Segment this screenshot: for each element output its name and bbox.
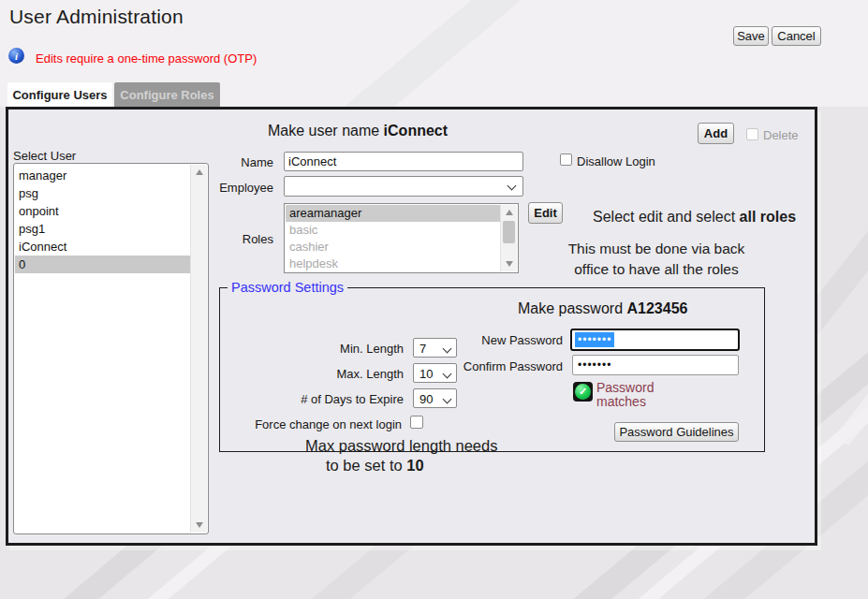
max-length-label: Max. Length (254, 367, 404, 381)
delete-label: Delete (763, 128, 799, 142)
user-list-scrollbar[interactable] (190, 165, 207, 533)
delete-checkbox[interactable] (746, 128, 758, 140)
user-list-item[interactable]: onpoint (15, 202, 191, 220)
roles-list-scrollbar[interactable] (500, 205, 517, 271)
password-settings-fieldset: Password Settings Make password A123456 … (219, 280, 765, 452)
chevron-down-icon (443, 395, 452, 404)
min-length-select[interactable]: 7 (413, 338, 457, 358)
password-matches-status: Password matches (596, 381, 654, 409)
make-user-name-annotation: Make user name iConnect (268, 123, 448, 139)
role-list-item[interactable]: basic (286, 222, 501, 239)
new-password-input[interactable]: ••••••• (570, 329, 740, 351)
employee-label: Employee (208, 181, 273, 195)
cancel-button[interactable]: Cancel (772, 26, 821, 46)
user-list-item[interactable]: psg1 (15, 220, 191, 238)
disallow-login-checkbox[interactable] (560, 153, 572, 166)
user-list-item[interactable]: iConnect (15, 238, 191, 256)
select-user-label: Select User (13, 149, 76, 163)
add-button[interactable]: Add (698, 123, 734, 144)
employee-select[interactable] (284, 176, 523, 197)
edit-roles-button[interactable]: Edit (528, 202, 563, 224)
role-list-item[interactable]: helpdesk (286, 256, 501, 272)
chevron-down-icon (508, 182, 517, 191)
max-length-select[interactable]: 10 (413, 363, 457, 383)
name-label: Name (208, 155, 273, 169)
password-matches-check-icon: ✓ (573, 382, 593, 402)
confirm-password-input[interactable]: ••••••• (572, 355, 739, 375)
otp-warning-text: Edits require a one-time password (OTP) (36, 51, 257, 66)
role-list-item[interactable]: cashier (286, 239, 501, 256)
role-list-item-selected[interactable]: areamanager (286, 205, 501, 222)
scroll-up-icon[interactable] (501, 205, 517, 220)
password-guidelines-button[interactable]: Password Guidelines (614, 422, 739, 442)
user-administration-page: User Administration Save Cancel i Edits … (0, 0, 868, 599)
force-change-checkbox[interactable] (410, 416, 423, 429)
min-length-label: Min. Length (254, 342, 404, 356)
chevron-down-icon (443, 344, 452, 354)
info-icon: i (8, 48, 24, 64)
roles-annotation: Select edit and select all roles (593, 209, 796, 226)
back-office-annotation: This must be done via back office to hav… (561, 239, 752, 280)
tab-configure-roles[interactable]: Configure Roles (114, 82, 220, 107)
force-change-label: Force change on next login (220, 417, 402, 431)
chevron-down-icon (443, 370, 452, 379)
max-length-annotation-line2: to be set to 10 (326, 457, 424, 475)
page-title: User Administration (9, 6, 184, 28)
user-listbox[interactable]: manager psg onpoint psg1 iConnect 0 (13, 163, 209, 534)
days-to-expire-label: # of Days to Expire (254, 392, 404, 406)
user-list-item[interactable]: manager (15, 167, 191, 184)
password-settings-legend: Password Settings (228, 280, 347, 295)
roles-listbox[interactable]: areamanager basic cashier helpdesk (284, 203, 519, 273)
max-length-annotation-line1: Max password length needs (305, 437, 497, 455)
confirm-password-label: Confirm Password (455, 359, 563, 373)
scroll-up-icon[interactable] (191, 165, 207, 180)
make-password-annotation: Make password A123456 (518, 300, 687, 317)
user-list-item-selected[interactable]: 0 (15, 256, 191, 273)
selected-password-text: ••••••• (575, 332, 614, 347)
save-button[interactable]: Save (733, 26, 769, 46)
new-password-label: New Password (455, 333, 563, 347)
days-to-expire-select[interactable]: 90 (413, 388, 457, 408)
name-input[interactable] (284, 152, 523, 171)
roles-label: Roles (208, 232, 273, 246)
scroll-down-icon[interactable] (501, 256, 517, 271)
user-list-item[interactable]: psg (15, 184, 191, 202)
scrollbar-thumb[interactable] (503, 221, 515, 243)
tab-configure-users[interactable]: Configure Users (7, 82, 112, 107)
scroll-down-icon[interactable] (191, 518, 207, 533)
disallow-login-label: Disallow Login (577, 154, 655, 168)
configure-users-panel: Make user name iConnect Add Delete Selec… (6, 107, 817, 546)
